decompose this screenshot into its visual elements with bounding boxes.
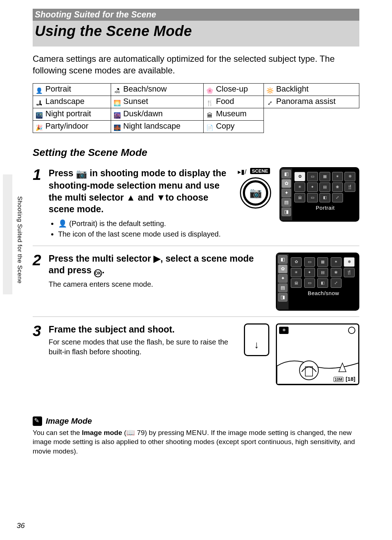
step-2-text: Press the multi selector ▶, select a sce…: [49, 253, 271, 278]
step-number: 2: [33, 253, 49, 311]
mode-tab: ◨: [282, 207, 291, 216]
step-3: 3 Frame the subject and shoot. For scene…: [33, 323, 359, 391]
scene-mode-indicator-icon: ❄: [279, 327, 289, 334]
camera-button-icon: 📷: [76, 168, 87, 180]
cell-label: Dusk/dawn: [123, 109, 163, 118]
mode-dial-illustration: ▸▮/ SCENE 📷: [235, 167, 277, 222]
copy-icon: 📄: [206, 124, 214, 131]
cell-label: Party/indoor: [45, 121, 89, 130]
scene-grid: ✿▭▦✶❄ ☀✦▤❀🍴 🏛▭◧⤢: [294, 172, 356, 202]
step-1-bullet-2: The icon of the last scene mode used is …: [58, 229, 230, 239]
sunset-icon: 🌅: [113, 100, 121, 106]
lcd-screen-step2: ◧ ✿ ✦ ▤ ◨ ✿▭▦✶❄ ☀✦▤❀🍴 🏛▭◧⤢ Beach/snow: [276, 253, 359, 311]
step-1-bullet-1: 👤 (Portrait) is the default setting.: [58, 219, 230, 229]
down-arrow-icon: ▼: [156, 192, 166, 203]
shutter-press-illustration: ↓: [244, 323, 269, 356]
museum-icon: 🏛: [206, 112, 214, 119]
beach-snow-icon: 🏖: [113, 88, 121, 94]
footnote-body: You can set the Image mode (📖 79) by pre…: [33, 428, 359, 456]
right-arrow-icon: ▶: [154, 253, 160, 265]
step-number: 3: [33, 323, 49, 385]
up-arrow-icon: ▲: [126, 192, 135, 203]
cell-label: Landscape: [45, 97, 85, 106]
night-portrait-icon: 🌃: [35, 112, 43, 118]
cell-label: Close-up: [216, 84, 248, 93]
lcd-caption: Portrait: [294, 205, 356, 211]
mode-tab: ✦: [278, 274, 287, 283]
mode-tab: ▤: [278, 283, 287, 292]
book-icon: 📖: [126, 429, 135, 436]
empty-cell: [264, 108, 359, 120]
cell-label: Panorama assist: [276, 97, 336, 106]
page-title: Using the Scene Mode: [35, 23, 359, 39]
step-3-text: Frame the subject and shoot.: [49, 323, 239, 335]
food-icon: 🍴: [206, 100, 214, 106]
backlight-icon: 🔆: [266, 87, 274, 94]
cell-label: Beach/snow: [123, 84, 167, 93]
cell-label: Sunset: [123, 97, 148, 106]
step-1-text: Press 📷 in shooting mode to display the …: [49, 167, 230, 215]
step-1: 1 Press 📷 in shooting mode to display th…: [33, 167, 359, 246]
menu-button-label: MENU: [186, 429, 207, 436]
cell-label: Museum: [216, 109, 246, 118]
mode-tab: ✦: [282, 189, 291, 197]
mode-tab: ▤: [282, 198, 291, 207]
step-3-sub: For scene modes that use the flash, be s…: [49, 337, 239, 357]
cell-label: Night landscape: [123, 121, 181, 130]
scene-mode-table: 👤Portrait 🏖Beach/snow 🌸Close-up 🔆Backlig…: [33, 83, 359, 133]
title-block: Using the Scene Mode: [33, 21, 359, 47]
image-size-badge: 10M: [334, 377, 343, 382]
mode-tab: ◨: [278, 293, 287, 302]
steps-list: 1 Press 📷 in shooting mode to display th…: [33, 167, 359, 391]
mode-tab-active: ✿: [282, 179, 291, 188]
step-2-sub: The camera enters scene mode.: [49, 279, 271, 289]
note-icon: [33, 416, 42, 426]
intro-text: Camera settings are automatically optimi…: [33, 53, 359, 77]
portrait-icon: 👤: [35, 87, 43, 94]
cell-label: Copy: [216, 121, 234, 130]
ok-button-icon: OK: [94, 269, 102, 277]
scene-grid: ✿▭▦✶❄ ☀✦▤❀🍴 🏛▭◧⤢: [291, 257, 356, 288]
scene-pointer-icon: ▸▮/: [238, 168, 246, 176]
mode-tab: ◧: [282, 170, 291, 178]
side-label: Shooting Suited for the Scene: [16, 196, 23, 283]
night-landscape-icon: 🌉: [113, 124, 121, 131]
breadcrumb: Shooting Suited for the Scene: [33, 9, 359, 21]
panorama-icon: ⤢: [266, 100, 274, 106]
party-indoor-icon: 🎉: [35, 124, 43, 131]
portrait-icon: 👤: [58, 219, 67, 227]
mode-tab: ◧: [278, 255, 287, 264]
shots-remaining: 10M [18]: [334, 376, 355, 382]
section-heading: Setting the Scene Mode: [33, 147, 359, 158]
lcd-screen-step3: ❄ 10M [18]: [276, 323, 359, 385]
lcd-screen-step1: ◧ ✿ ✦ ▤ ◨ ✿▭▦✶❄ ☀✦▤❀🍴 🏛▭◧⤢ Portrait: [279, 167, 359, 222]
empty-cell: [264, 120, 359, 133]
side-tab: [3, 174, 12, 294]
step-2: 2 Press the multi selector ▶, select a s…: [33, 253, 359, 317]
cell-label: Backlight: [276, 84, 309, 93]
status-indicator-icon: [348, 327, 355, 334]
scene-badge: SCENE: [250, 168, 270, 174]
footnote-heading: Image Mode: [46, 416, 92, 426]
lcd-caption: Beach/snow: [291, 290, 356, 296]
dusk-dawn-icon: 🌆: [113, 112, 121, 118]
close-up-icon: 🌸: [206, 87, 214, 94]
page-number: 36: [17, 521, 25, 530]
cell-label: Night portrait: [45, 109, 91, 118]
down-arrow-icon: ↓: [254, 339, 259, 351]
step-number: 1: [33, 167, 49, 240]
footnote-box: Image Mode You can set the Image mode (📖…: [33, 416, 359, 456]
cell-label: Food: [216, 97, 234, 106]
mode-tab-active: ✿: [278, 265, 287, 273]
landscape-icon: 🏞: [35, 100, 43, 106]
camera-icon: 📷: [249, 187, 262, 199]
cell-label: Portrait: [45, 84, 71, 93]
